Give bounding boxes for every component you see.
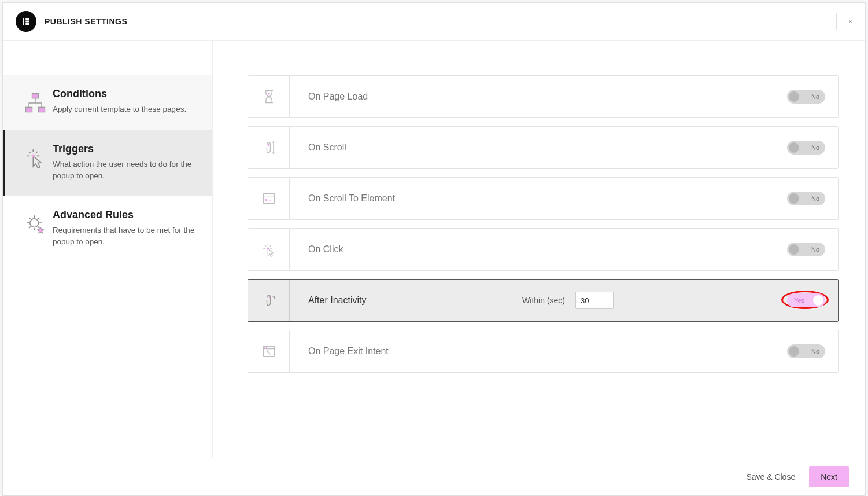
- sidebar-item-triggers[interactable]: Triggers What action the user needs to d…: [3, 130, 212, 196]
- inactivity-icon: [248, 280, 290, 321]
- toggle-after-inactivity[interactable]: Yes: [787, 293, 825, 307]
- svg-point-9: [268, 144, 270, 146]
- next-button[interactable]: Next: [809, 466, 849, 487]
- svg-rect-2: [25, 21, 29, 23]
- trigger-row-on-page-load[interactable]: On Page Load No: [248, 75, 839, 118]
- triggers-panel: On Page Load No On Scroll No: [213, 41, 865, 458]
- toggle-text: No: [811, 93, 819, 100]
- toggle-on-page-load[interactable]: No: [787, 90, 825, 104]
- toggle-text: No: [811, 144, 819, 151]
- svg-rect-10: [263, 193, 274, 204]
- trigger-row-on-scroll-to-element[interactable]: On Scroll To Element No: [248, 177, 839, 220]
- trigger-row-on-click[interactable]: On Click No: [248, 228, 839, 271]
- trigger-inactivity-controls: Within (sec): [522, 292, 614, 309]
- svg-rect-1: [25, 18, 29, 20]
- svg-rect-6: [39, 107, 45, 112]
- toggle-on-page-exit-intent[interactable]: No: [787, 344, 825, 358]
- trigger-row-on-page-exit-intent[interactable]: On Page Exit Intent No: [248, 330, 839, 373]
- exit-intent-icon: [248, 330, 290, 372]
- sitemap-icon: [18, 88, 53, 116]
- trigger-label: On Page Load: [290, 91, 368, 102]
- svg-rect-0: [23, 18, 24, 25]
- svg-point-7: [32, 155, 35, 158]
- modal-header: PUBLISH SETTINGS: [3, 3, 865, 41]
- svg-rect-4: [32, 94, 39, 98]
- sidebar-item-desc: Apply current template to these pages.: [53, 104, 198, 115]
- sidebar-item-conditions[interactable]: Conditions Apply current template to the…: [3, 75, 212, 130]
- sidebar-item-desc: Requirements that have to be met for the…: [53, 225, 198, 248]
- svg-point-8: [30, 218, 39, 227]
- sidebar-item-title: Conditions: [53, 88, 198, 100]
- svg-point-13: [264, 347, 265, 348]
- trigger-label: On Scroll To Element: [290, 193, 395, 204]
- trigger-row-after-inactivity[interactable]: After Inactivity Within (sec) Yes: [248, 279, 839, 322]
- sidebar-item-advanced-rules[interactable]: Advanced Rules Requirements that have to…: [3, 196, 212, 262]
- svg-point-14: [265, 347, 267, 348]
- close-icon: [848, 16, 852, 27]
- toggle-text: No: [811, 246, 819, 253]
- toggle-on-scroll[interactable]: No: [787, 141, 825, 155]
- svg-rect-3: [25, 23, 29, 25]
- sidebar-item-title: Advanced Rules: [53, 209, 198, 221]
- svg-rect-5: [26, 107, 32, 112]
- terminal-icon: [248, 178, 290, 219]
- sidebar: Conditions Apply current template to the…: [3, 41, 213, 458]
- trigger-label: On Scroll: [290, 142, 346, 153]
- click-icon: [18, 143, 53, 182]
- trigger-label: On Click: [290, 244, 343, 255]
- sidebar-item-desc: What action the user needs to do for the…: [53, 159, 198, 182]
- pointer-click-icon: [248, 229, 290, 270]
- within-sec-input[interactable]: [575, 292, 614, 309]
- hourglass-icon: [248, 76, 290, 117]
- toggle-on-click[interactable]: No: [787, 243, 825, 256]
- publish-settings-modal: PUBLISH SETTINGS Conditions Apply curren…: [2, 2, 866, 496]
- toggle-text: No: [811, 348, 819, 355]
- trigger-row-on-scroll[interactable]: On Scroll No: [248, 126, 839, 169]
- modal-footer: Save & Close Next: [3, 458, 865, 495]
- trigger-label: After Inactivity: [290, 295, 366, 306]
- elementor-logo-icon: [16, 11, 36, 32]
- save-close-button[interactable]: Save & Close: [746, 472, 795, 482]
- scroll-icon: [248, 127, 290, 168]
- trigger-label: On Page Exit Intent: [290, 346, 389, 357]
- sidebar-item-title: Triggers: [53, 143, 198, 155]
- modal-title: PUBLISH SETTINGS: [45, 17, 127, 26]
- close-button[interactable]: [836, 13, 852, 30]
- within-sec-label: Within (sec): [522, 296, 565, 305]
- gear-star-icon: [18, 209, 53, 248]
- toggle-on-scroll-to-element[interactable]: No: [787, 192, 825, 205]
- svg-point-11: [267, 248, 269, 250]
- toggle-text: Yes: [794, 297, 804, 304]
- toggle-text: No: [811, 195, 819, 202]
